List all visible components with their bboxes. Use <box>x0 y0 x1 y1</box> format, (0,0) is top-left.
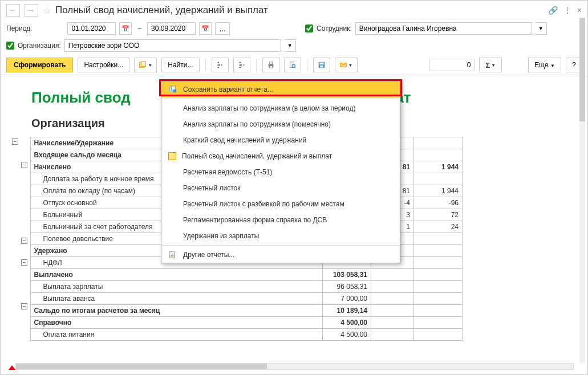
svg-rect-4 <box>269 66 272 68</box>
menu-item-selected[interactable]: Полный свод начислений, удержаний и выпл… <box>161 148 400 164</box>
menu-item[interactable]: Анализ зарплаты по сотрудникам (помесячн… <box>161 116 400 132</box>
svg-rect-18 <box>174 255 175 257</box>
settings-button[interactable]: Настройки... <box>78 58 129 72</box>
date-from-input[interactable] <box>67 22 116 35</box>
menu-separator <box>161 99 400 99</box>
separator <box>256 59 257 71</box>
employee-filter-checkbox[interactable] <box>305 25 313 32</box>
menu-other-reports[interactable]: Другие отчеты... <box>161 247 400 263</box>
collapse-levels-button[interactable] <box>233 58 250 72</box>
row-label: Выплата аванса <box>30 293 323 305</box>
find-button[interactable]: Найти... <box>161 58 199 72</box>
reports-icon <box>168 251 177 259</box>
date-separator: – <box>135 25 144 32</box>
menu-item[interactable]: Краткий свод начислений и удержаний <box>161 132 400 148</box>
link-icon[interactable]: 🔗 <box>548 6 558 15</box>
svg-rect-9 <box>319 63 323 65</box>
menu-item[interactable]: Расчетный листок с разбивкой по рабочим … <box>161 196 400 212</box>
svg-rect-17 <box>172 254 173 256</box>
date-from-calendar-button[interactable]: 📅 <box>119 22 132 35</box>
nav-back-button[interactable]: ← <box>6 4 20 17</box>
separator <box>205 59 206 71</box>
svg-rect-14 <box>173 89 176 92</box>
variant-dropdown-button[interactable]: ▼ <box>134 58 157 72</box>
close-icon[interactable]: × <box>577 6 582 15</box>
sigma-dropdown-button[interactable]: Σ▼ <box>479 58 502 72</box>
window-title: Полный свод начислений, удержаний и выпл… <box>55 5 544 16</box>
org-filter-checkbox[interactable] <box>6 42 14 50</box>
employee-input[interactable] <box>355 22 532 35</box>
tree-toggle[interactable]: − <box>21 162 27 168</box>
save-button[interactable] <box>313 58 330 72</box>
save-variant-icon <box>168 85 177 93</box>
org-input[interactable] <box>64 39 281 52</box>
tree-toggle[interactable]: − <box>21 259 27 266</box>
preview-button[interactable] <box>284 58 301 72</box>
menu-item[interactable]: Удержания из зарплаты <box>161 228 400 244</box>
footer-marker-icon <box>9 365 15 370</box>
org-label: Организация: <box>18 42 61 50</box>
separator <box>307 59 307 71</box>
svg-rect-3 <box>269 62 272 64</box>
horizontal-scrollbar[interactable] <box>15 363 574 370</box>
svg-rect-1 <box>141 62 146 67</box>
menu-item[interactable]: Расчетный листок <box>161 180 400 196</box>
check-icon <box>168 152 176 160</box>
row-label: Справочно <box>30 317 323 329</box>
org-dropdown-button[interactable]: ▼ <box>285 39 296 52</box>
tree-toggle[interactable]: − <box>21 303 27 309</box>
email-dropdown-button[interactable]: ▼ <box>335 58 358 72</box>
svg-rect-16 <box>171 255 172 257</box>
period-label: Период: <box>6 25 32 32</box>
menu-save-variant[interactable]: Сохранить вариант отчета... <box>161 81 400 97</box>
row-label: Выплата зарплаты <box>30 281 323 293</box>
menu-item[interactable]: Анализ зарплаты по сотрудникам (в целом … <box>161 100 400 116</box>
more-menu-icon[interactable]: ⋮ <box>563 6 571 15</box>
print-button[interactable] <box>262 58 279 72</box>
row-label: Сальдо по итогам расчетов за месяц <box>30 305 323 317</box>
row-label: Выплачено <box>30 269 323 281</box>
employee-dropdown-button[interactable]: ▼ <box>536 22 547 35</box>
date-to-calendar-button[interactable]: 📅 <box>199 22 212 35</box>
date-to-input[interactable] <box>147 22 196 35</box>
tree-toggle[interactable]: − <box>21 238 27 244</box>
menu-separator <box>161 245 400 246</box>
variant-menu: Сохранить вариант отчета... Анализ зарпл… <box>161 81 400 263</box>
expand-levels-button[interactable] <box>212 58 229 72</box>
row-label: Оплата питания <box>30 329 323 341</box>
employee-label: Сотрудник: <box>317 25 352 32</box>
favorite-star-icon[interactable]: ☆ <box>43 5 51 16</box>
generate-button[interactable]: Сформировать <box>6 58 73 72</box>
svg-rect-10 <box>320 66 323 68</box>
menu-item[interactable]: Регламентированная форма справка по ДСВ <box>161 212 400 228</box>
menu-item[interactable]: Расчетная ведомость (Т-51) <box>161 164 400 180</box>
nav-forward-button[interactable]: → <box>25 4 38 17</box>
more-button[interactable]: Еще ▼ <box>528 58 561 72</box>
period-ellipsis-button[interactable]: ... <box>215 22 230 35</box>
svg-line-7 <box>294 67 295 68</box>
vertical-scrollbar[interactable] <box>579 18 585 363</box>
sum-input[interactable] <box>429 59 475 71</box>
